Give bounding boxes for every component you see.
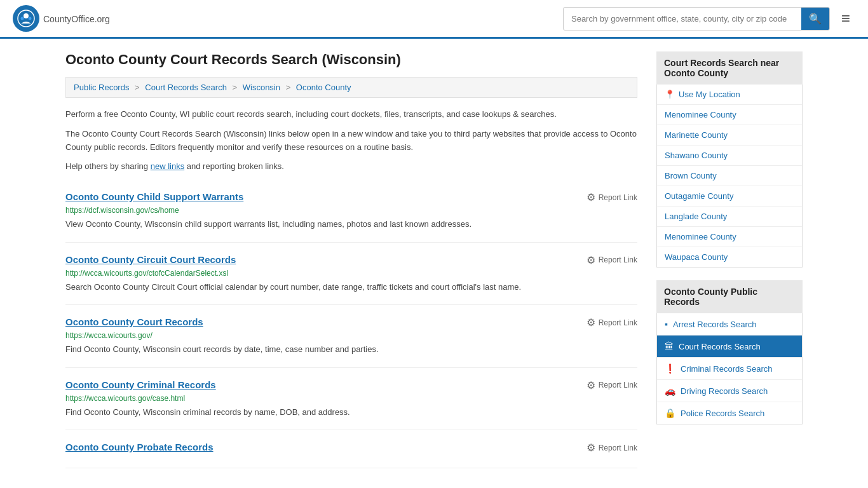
report-link-button[interactable]: ⚙ Report Link bbox=[587, 254, 637, 266]
result-item: Oconto County Court Records ⚙ Report Lin… bbox=[65, 305, 637, 368]
langlade-county-link[interactable]: Langlade County bbox=[657, 207, 802, 226]
menominee-county-link[interactable]: Menominee County bbox=[657, 105, 802, 125]
list-item: 🏛 Court Records Search bbox=[657, 336, 802, 358]
list-item: ▪ Arrest Records Search bbox=[657, 313, 802, 336]
list-item: 📍 Use My Location bbox=[657, 85, 802, 105]
list-item: Brown County bbox=[657, 166, 802, 186]
waupaca-county-link[interactable]: Waupaca County bbox=[657, 247, 802, 267]
menominee-county-2-link[interactable]: Menominee County bbox=[657, 227, 802, 247]
arrest-records-link[interactable]: ▪ Arrest Records Search bbox=[657, 313, 802, 335]
report-link-button[interactable]: ⚙ Report Link bbox=[587, 316, 637, 329]
hamburger-menu[interactable]: ≡ bbox=[836, 7, 855, 30]
intro-text-3: Help others by sharing new links and rep… bbox=[65, 160, 637, 173]
list-item: Menominee County bbox=[657, 105, 802, 125]
report-link-button[interactable]: ⚙ Report Link bbox=[587, 191, 637, 203]
intro-text-1: Perform a free Oconto County, WI public … bbox=[65, 108, 637, 121]
report-link-button[interactable]: ⚙ Report Link bbox=[587, 379, 637, 391]
public-records-section: Oconto County Public Records ▪ Arrest Re… bbox=[656, 280, 803, 424]
report-icon: ⚙ bbox=[587, 191, 595, 203]
breadcrumb-wisconsin[interactable]: Wisconsin bbox=[243, 83, 280, 92]
shawano-county-link[interactable]: Shawano County bbox=[657, 146, 802, 165]
sidebar: Court Records Search near Oconto County … bbox=[656, 51, 803, 468]
search-input[interactable] bbox=[564, 9, 801, 29]
list-item: Menominee County bbox=[657, 227, 802, 247]
police-records-link[interactable]: 🔒 Police Records Search bbox=[657, 402, 802, 424]
list-item: ❗ Criminal Records Search bbox=[657, 358, 802, 380]
report-icon: ⚙ bbox=[587, 442, 595, 454]
list-item: 🚗 Driving Records Search bbox=[657, 380, 802, 402]
result-desc: Search Oconto County Circuit Court offic… bbox=[65, 281, 637, 294]
result-header: Oconto County Court Records ⚙ Report Lin… bbox=[65, 316, 637, 329]
report-icon: ⚙ bbox=[587, 254, 595, 266]
svg-point-1 bbox=[24, 13, 29, 18]
result-desc: Find Oconto County, Wisconsin court reco… bbox=[65, 343, 637, 356]
content-area: Oconto County Court Records Search (Wisc… bbox=[65, 51, 637, 468]
brown-county-link[interactable]: Brown County bbox=[657, 166, 802, 186]
search-button[interactable]: 🔍 bbox=[801, 8, 829, 30]
result-title[interactable]: Oconto County Criminal Records bbox=[65, 379, 216, 390]
result-desc: Find Oconto County, Wisconsin criminal r… bbox=[65, 406, 637, 419]
result-header: Oconto County Probate Records ⚙ Report L… bbox=[65, 442, 637, 454]
marinette-county-link[interactable]: Marinette County bbox=[657, 125, 802, 145]
result-item: Oconto County Circuit Court Records ⚙ Re… bbox=[65, 243, 637, 306]
list-item: 🔒 Police Records Search bbox=[657, 402, 802, 424]
list-item: Langlade County bbox=[657, 207, 802, 227]
court-records-link[interactable]: 🏛 Court Records Search bbox=[657, 336, 802, 357]
nearby-section: Court Records Search near Oconto County … bbox=[656, 51, 803, 268]
result-url: http://wcca.wicourts.gov/ctofcCalendarSe… bbox=[65, 269, 637, 278]
report-icon: ⚙ bbox=[587, 379, 595, 391]
svg-point-2 bbox=[21, 17, 24, 20]
use-my-location-link[interactable]: 📍 Use My Location bbox=[657, 85, 802, 104]
nearby-title: Court Records Search near Oconto County bbox=[656, 51, 803, 85]
list-item: Marinette County bbox=[657, 125, 802, 146]
outagamie-county-link[interactable]: Outagamie County bbox=[657, 186, 802, 206]
result-title[interactable]: Oconto County Circuit Court Records bbox=[65, 254, 236, 265]
main-container: Oconto County Court Records Search (Wisc… bbox=[53, 39, 815, 481]
header-right: 🔍 ≡ bbox=[563, 7, 855, 30]
logo-name: CountyOffice bbox=[43, 14, 95, 24]
search-bar: 🔍 bbox=[563, 7, 830, 30]
page-title: Oconto County Court Records Search (Wisc… bbox=[65, 51, 637, 68]
intro-text-2: The Oconto County Court Records Search (… bbox=[65, 128, 637, 154]
result-url: https://wcca.wicourts.gov/ bbox=[65, 331, 637, 340]
location-pin-icon: 📍 bbox=[665, 90, 675, 99]
result-item: Oconto County Child Support Warrants ⚙ R… bbox=[65, 180, 637, 243]
list-item: Waupaca County bbox=[657, 247, 802, 267]
driving-records-link[interactable]: 🚗 Driving Records Search bbox=[657, 380, 802, 402]
list-item: Shawano County bbox=[657, 146, 802, 166]
breadcrumb: Public Records > Court Records Search > … bbox=[65, 77, 637, 98]
result-title[interactable]: Oconto County Court Records bbox=[65, 316, 203, 327]
new-links[interactable]: new links bbox=[151, 161, 184, 171]
breadcrumb-oconto-county[interactable]: Oconto County bbox=[296, 83, 351, 92]
result-header: Oconto County Child Support Warrants ⚙ R… bbox=[65, 191, 637, 203]
result-title[interactable]: Oconto County Probate Records bbox=[65, 442, 214, 452]
public-records-list: ▪ Arrest Records Search 🏛 Court Records … bbox=[656, 313, 803, 424]
result-desc: View Oconto County, Wisconsin child supp… bbox=[65, 218, 637, 231]
result-title[interactable]: Oconto County Child Support Warrants bbox=[65, 191, 243, 202]
logo-icon bbox=[13, 5, 39, 32]
report-link-button[interactable]: ⚙ Report Link bbox=[587, 442, 637, 454]
logo-text: CountyOffice.org bbox=[43, 12, 110, 25]
result-item: Oconto County Criminal Records ⚙ Report … bbox=[65, 368, 637, 431]
nearby-list: 📍 Use My Location Menominee County Marin… bbox=[656, 85, 803, 268]
header: CountyOffice.org 🔍 ≡ bbox=[0, 0, 868, 39]
logo-area: CountyOffice.org bbox=[13, 5, 110, 32]
criminal-icon: ❗ bbox=[665, 363, 675, 374]
driving-icon: 🚗 bbox=[665, 386, 675, 396]
result-url: https://wcca.wicourts.gov/case.html bbox=[65, 394, 637, 403]
svg-point-3 bbox=[29, 17, 32, 20]
result-item: Oconto County Probate Records ⚙ Report L… bbox=[65, 430, 637, 468]
breadcrumb-public-records[interactable]: Public Records bbox=[74, 83, 129, 92]
list-item: Outagamie County bbox=[657, 186, 802, 207]
arrest-icon: ▪ bbox=[665, 319, 668, 329]
result-header: Oconto County Circuit Court Records ⚙ Re… bbox=[65, 254, 637, 266]
criminal-records-link[interactable]: ❗ Criminal Records Search bbox=[657, 358, 802, 379]
public-records-title: Oconto County Public Records bbox=[656, 280, 803, 313]
result-url: https://dcf.wisconsin.gov/cs/home bbox=[65, 206, 637, 215]
police-icon: 🔒 bbox=[665, 408, 675, 418]
result-header: Oconto County Criminal Records ⚙ Report … bbox=[65, 379, 637, 391]
breadcrumb-court-records[interactable]: Court Records Search bbox=[145, 83, 227, 92]
court-icon: 🏛 bbox=[665, 341, 674, 351]
logo-suffix: .org bbox=[95, 14, 110, 24]
report-icon: ⚙ bbox=[587, 316, 595, 329]
